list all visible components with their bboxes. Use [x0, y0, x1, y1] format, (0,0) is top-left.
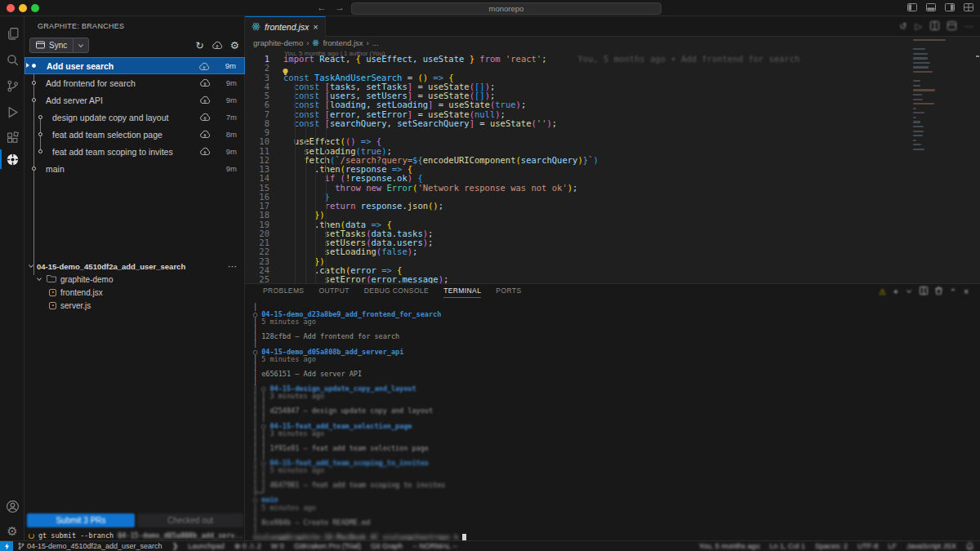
- lightbulb-icon[interactable]: [282, 64, 289, 79]
- branch-label: design update copy and layout: [52, 113, 168, 122]
- panel-tab-ports[interactable]: PORTS: [496, 284, 521, 298]
- refresh-icon[interactable]: ↻: [195, 41, 203, 51]
- window-close-button[interactable]: [7, 4, 15, 12]
- minimap-line: [913, 57, 928, 59]
- branch-row[interactable]: main9m: [24, 160, 245, 177]
- branch-row[interactable]: feat add team selection page8m: [24, 126, 245, 143]
- language-item[interactable]: JavaScript JSX: [906, 542, 956, 550]
- gt-command-status: gt submit --branch 04-15-demo_d05a808b_a…: [24, 531, 245, 540]
- branches-settings-gear-icon[interactable]: ⚙: [230, 41, 239, 51]
- encoding-item[interactable]: UTF-8: [858, 542, 879, 550]
- customize-layout-icon[interactable]: [964, 3, 973, 11]
- panel-tab-debug-console[interactable]: DEBUG CONSOLE: [364, 284, 429, 298]
- line-number: 18: [245, 211, 270, 220]
- new-terminal-icon[interactable]: +: [893, 287, 898, 296]
- remote-indicator[interactable]: [0, 541, 13, 551]
- activity-settings-gear-icon[interactable]: ⚙: [0, 518, 24, 543]
- minimap[interactable]: [913, 39, 947, 153]
- panel-tab-problems[interactable]: PROBLEMS: [263, 284, 304, 298]
- launchpad-item[interactable]: Launchpad: [188, 542, 225, 550]
- breadcrumb[interactable]: graphite-demo › frontend.jsx › ...: [253, 37, 972, 49]
- branch-row[interactable]: feat add team scoping to invites9m: [24, 143, 245, 160]
- cloud-upload-icon[interactable]: [199, 130, 211, 140]
- tree-folder-row[interactable]: graphite-demo: [24, 273, 245, 286]
- open-changes-icon[interactable]: ↺: [899, 21, 906, 32]
- code-line: 22 setLoading(false);: [245, 247, 906, 256]
- branch-dot: [38, 149, 42, 153]
- more-actions-icon[interactable]: ⋯: [228, 261, 237, 272]
- close-panel-icon[interactable]: ×: [964, 287, 969, 296]
- branch-row[interactable]: Add server API9m: [24, 91, 245, 109]
- cloud-upload-icon[interactable]: [199, 78, 211, 89]
- run-file-icon[interactable]: ▷: [915, 21, 922, 32]
- layout-icon[interactable]: [947, 21, 956, 32]
- activity-account-icon[interactable]: [0, 494, 24, 518]
- activity-run-debug-icon[interactable]: [0, 100, 24, 124]
- kill-terminal-icon[interactable]: [935, 287, 942, 296]
- line-number: 14: [245, 174, 270, 183]
- cursor-position-item[interactable]: Ln 1, Col 1: [769, 542, 805, 550]
- activity-graphite-icon[interactable]: [0, 147, 24, 171]
- panel-tab-terminal[interactable]: TERMINAL: [443, 284, 481, 298]
- terminal-line: ○ main: [253, 496, 972, 504]
- cloud-upload-icon[interactable]: [198, 62, 210, 73]
- split-editor-icon[interactable]: [930, 21, 939, 32]
- activity-explorer-icon[interactable]: [0, 21, 24, 46]
- branch-row[interactable]: design update copy and layout7m: [24, 109, 245, 126]
- sync-dropdown-chevron-icon[interactable]: [74, 42, 88, 49]
- activity-search-icon[interactable]: [0, 47, 24, 72]
- cloud-upload-icon[interactable]: [199, 147, 211, 158]
- terminal-line: │ ○ 04-15-design_update_copy_and_layout: [253, 385, 972, 393]
- tab-frontend-jsx[interactable]: frontend.jsx ×: [245, 16, 326, 37]
- terminal-output[interactable]: │○ 04-15-demo_d23a8be9_add_frontend_for_…: [253, 304, 972, 541]
- nav-back-icon[interactable]: ←: [317, 2, 327, 13]
- branch-time: 9m: [216, 78, 237, 87]
- breadcrumb-file[interactable]: frontend.jsx: [323, 38, 363, 47]
- cloud-upload-icon[interactable]: [199, 113, 211, 123]
- toggle-sidebar-icon[interactable]: [907, 3, 917, 11]
- sync-count-item[interactable]: W 0: [271, 542, 284, 550]
- maximize-panel-icon[interactable]: ⌃: [950, 287, 956, 296]
- command-center-search[interactable]: monorepo: [351, 2, 662, 15]
- minimap-line: [913, 85, 920, 87]
- stack-section-header[interactable]: 04-15-demo_4510df2a_add_user_search ⋯: [24, 260, 245, 273]
- blame-item[interactable]: You, 5 months ago: [699, 542, 760, 550]
- terminal-dropdown-icon[interactable]: [906, 287, 912, 296]
- nav-forward-icon[interactable]: →: [335, 2, 345, 13]
- code-line: 1import React, { useEffect, useState } f…: [245, 55, 906, 64]
- tree-file-row[interactable]: frontend.jsx: [24, 286, 245, 299]
- code-area[interactable]: 1import React, { useEffect, useState } f…: [245, 55, 906, 284]
- spinner-icon: [29, 533, 34, 539]
- tab-close-icon[interactable]: ×: [313, 22, 318, 32]
- breadcrumb-symbol[interactable]: ...: [372, 38, 379, 47]
- more-actions-icon[interactable]: ⋯: [964, 21, 973, 32]
- submit-prs-button[interactable]: Submit 3 PRs: [27, 513, 135, 527]
- branch-status-item[interactable]: 04-15-demo_4510df2a_add_user_search: [18, 542, 163, 550]
- tree-file-row[interactable]: server.js: [24, 299, 245, 312]
- toggle-secondary-sidebar-icon[interactable]: [945, 3, 955, 11]
- panel-tab-output[interactable]: OUTPUT: [318, 284, 349, 298]
- eol-item[interactable]: LF: [888, 542, 897, 550]
- split-terminal-icon[interactable]: [920, 287, 928, 296]
- cloud-upload-icon[interactable]: [199, 96, 211, 106]
- git-graph-item[interactable]: Git Graph: [371, 542, 403, 550]
- cloud-upload-icon[interactable]: [212, 38, 223, 53]
- vim-mode-item[interactable]: -- NORMAL --: [412, 542, 457, 550]
- indentation-item[interactable]: Spaces: 2: [815, 542, 848, 550]
- minimap-line: [913, 131, 924, 132]
- breadcrumb-folder[interactable]: graphite-demo: [253, 38, 303, 47]
- window-zoom-button[interactable]: [31, 4, 39, 12]
- chevron-item[interactable]: ❯: [172, 542, 179, 550]
- checked-out-button[interactable]: Checked out: [137, 513, 243, 527]
- bell-icon[interactable]: [966, 542, 973, 550]
- branch-row[interactable]: Add frontend for search9m: [24, 74, 245, 91]
- activity-source-control-icon[interactable]: [0, 73, 24, 98]
- branch-row[interactable]: Add user search9m: [24, 57, 245, 74]
- toggle-panel-icon[interactable]: [926, 3, 936, 11]
- gitkraken-item[interactable]: GitKraken Pro (Trial): [294, 542, 361, 550]
- problems-item[interactable]: ⊗ 0 ⚠ 2: [234, 542, 261, 550]
- window-minimize-button[interactable]: [19, 4, 27, 12]
- editor-group[interactable]: frontend.jsx × ↺ ▷ ⋯ graphite-demo › fro…: [245, 16, 980, 283]
- sync-button[interactable]: Sync: [29, 38, 89, 53]
- code-line: 15 throw new Error('Network response was…: [245, 184, 906, 193]
